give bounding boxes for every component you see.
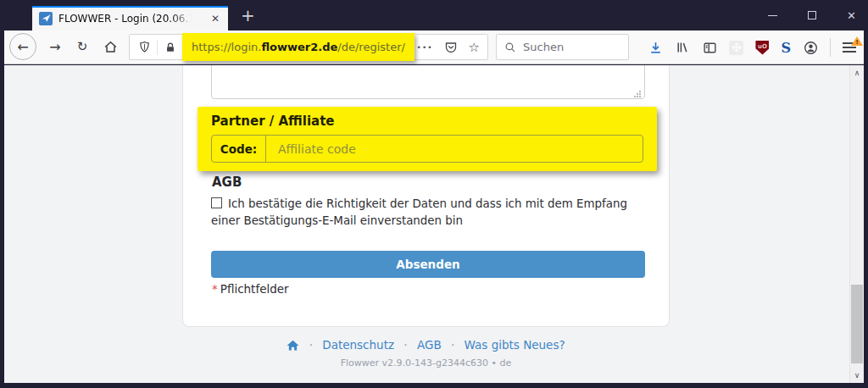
browser-window: FLOWWER - Login (20.06.12.192 ✕ + ✕ ← → … (0, 0, 868, 388)
tab-title: FLOWWER - Login (20.06.12.192 (58, 13, 192, 25)
code-label: Code: (212, 136, 266, 162)
home-button[interactable] (97, 34, 123, 59)
footer-link-agb[interactable]: AGB (417, 338, 442, 352)
window-close-button[interactable]: ✕ (847, 10, 856, 21)
bookmark-star-icon[interactable]: ☆ (469, 40, 480, 55)
scroll-down-icon[interactable]: ∨ (850, 371, 864, 380)
comment-textarea[interactable] (211, 65, 645, 99)
download-icon[interactable] (648, 40, 663, 55)
navigation-toolbar: ← → ↻ https://login.flowwer2.de/de/regis… (4, 30, 864, 64)
affiliate-code-input[interactable] (266, 136, 643, 162)
required-asterisk: * (212, 282, 218, 296)
url-annotation-highlight: https://login.flowwer2.de/de/register/ (182, 33, 415, 61)
submit-button[interactable]: Absenden (211, 251, 645, 278)
browser-tab[interactable]: FLOWWER - Login (20.06.12.192 ✕ (32, 6, 228, 30)
urlbar-divider (157, 40, 158, 55)
scroll-up-icon[interactable]: ∧ (850, 69, 864, 77)
minimize-button[interactable] (768, 15, 777, 16)
active-tab-accent (32, 6, 228, 8)
footer-links: · Datenschutz · AGB · Was gibts Neues? (182, 338, 670, 352)
flowwer-favicon (39, 12, 53, 25)
s-extension-icon[interactable]: S (781, 40, 791, 56)
tab-close-icon[interactable]: ✕ (209, 12, 221, 25)
new-tab-button[interactable]: + (241, 5, 255, 25)
tracking-protection-shield-icon[interactable] (136, 40, 152, 55)
menu-hamburger-icon[interactable]: ! (843, 42, 856, 53)
url-bar[interactable]: https://login.flowwer2.de/de/register/ •… (129, 34, 488, 60)
forward-button[interactable]: → (42, 34, 68, 59)
toolbar-divider (830, 38, 831, 57)
https-lock-icon[interactable] (163, 40, 178, 55)
page-actions-icon[interactable]: ••• (417, 43, 433, 52)
toolbar-extensions: uO S ! (648, 34, 856, 61)
textarea-resize-grip[interactable] (633, 90, 642, 98)
consent-checkbox[interactable] (211, 197, 222, 208)
footer-link-was-gibts-neues[interactable]: Was gibts Neues? (465, 338, 565, 352)
maximize-button[interactable] (808, 11, 816, 19)
partner-affiliate-heading: Partner / Affiliate (211, 114, 335, 129)
footer-version: Flowwer v2.9.0-143-g2344c630 • de (182, 358, 670, 369)
scrollbar-thumb[interactable] (851, 285, 863, 363)
pocket-icon[interactable] (443, 40, 459, 55)
ublock-origin-icon[interactable]: uO (755, 41, 769, 55)
required-note: *Pflichtfelder (212, 282, 289, 296)
search-input[interactable] (523, 41, 608, 53)
sidebar-icon[interactable] (702, 40, 717, 55)
titlebar: FLOWWER - Login (20.06.12.192 ✕ + ✕ (0, 0, 868, 30)
partner-affiliate-highlight: Partner / Affiliate Code: (198, 107, 657, 171)
page-viewport: Partner / Affiliate Code: AGB Ich bestät… (4, 65, 864, 383)
consent-label: Ich bestätige die Richtigkeit der Daten … (211, 197, 627, 227)
affiliate-code-group: Code: (211, 135, 643, 163)
agb-heading: AGB (212, 175, 242, 190)
url-text: https://login.flowwer2.de/de/register/ (192, 41, 405, 53)
disabled-extension-icon[interactable] (729, 41, 743, 55)
footer-home-icon[interactable] (287, 340, 299, 351)
vertical-scrollbar[interactable]: ∧ ∨ (849, 65, 864, 383)
window-controls: ✕ (768, 0, 856, 30)
footer-link-datenschutz[interactable]: Datenschutz (322, 338, 394, 352)
account-icon[interactable] (803, 40, 818, 55)
consent-row: Ich bestätige die Richtigkeit der Daten … (211, 196, 653, 230)
search-icon (504, 42, 516, 53)
search-box[interactable] (496, 34, 629, 60)
library-icon[interactable] (675, 40, 690, 55)
reload-button[interactable]: ↻ (70, 34, 95, 59)
register-form-card: Partner / Affiliate Code: AGB Ich bestät… (182, 65, 670, 327)
back-button[interactable]: ← (9, 33, 36, 60)
